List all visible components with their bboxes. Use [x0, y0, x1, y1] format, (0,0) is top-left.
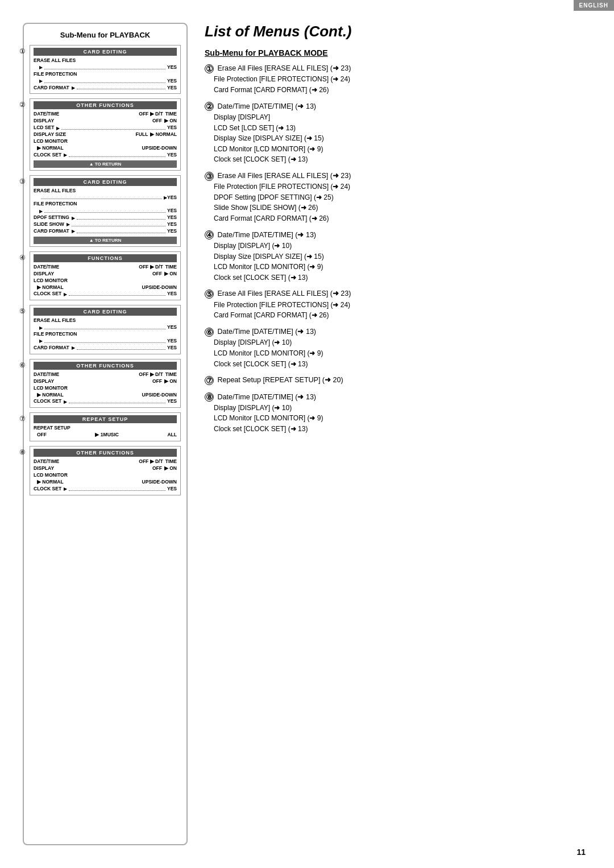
row-label: FILE PROTECTION — [34, 201, 77, 208]
dots — [44, 342, 165, 343]
sub-item: Card Format [CARD FORMAT] (➜ 26) — [214, 85, 586, 96]
submenu-inner-1: CARD EDITING ERASE ALL FILES ▶ YES FILE … — [30, 45, 181, 94]
submenu-row: LCD MONITOR — [34, 472, 177, 479]
row-value: YES — [167, 228, 177, 235]
submenu-row: OFF ▶ 1MUSIC ALL — [34, 432, 177, 439]
item-number-7: ⑦ — [205, 376, 214, 385]
submenu-row: FILE PROTECTION — [34, 331, 177, 338]
menu-list: ① Erase All Files [ERASE ALL FILES] (➜ 2… — [205, 63, 586, 435]
submenu-row: FILE PROTECTION — [34, 201, 177, 208]
row-value: YES — [167, 85, 177, 92]
row-label: OFF — [34, 432, 47, 439]
sub-items-2: Display [DISPLAY] LCD Set [LCD SET] (➜ 1… — [205, 112, 586, 165]
row-value: ▶ ON — [164, 465, 177, 472]
row-label: CLOCK SET — [34, 486, 61, 493]
row-mid: OFF — [54, 118, 162, 125]
sub-item: Card Format [CARD FORMAT] (➜ 26) — [214, 213, 586, 224]
section-title: Sub-Menu for PLAYBACK MODE — [205, 48, 586, 57]
submenu-row: DATE/TIME OFF ▶ D/T TIME — [34, 458, 177, 465]
sub-item: Card Format [CARD FORMAT] (➜ 26) — [214, 310, 586, 321]
submenu-row: CLOCK SET ▶ YES — [34, 486, 177, 493]
submenu-row: DATE/TIME OFF ▶ D/T TIME — [34, 111, 177, 118]
sub-items-1: File Protection [FILE PROTECTIONS] (➜ 24… — [205, 74, 586, 95]
row-label: DISPLAY SIZE — [34, 131, 66, 138]
row-value: YES — [167, 214, 177, 221]
submenu-row: ERASE ALL FILES — [34, 317, 177, 324]
submenu-row: ▶ NORMAL UPSIDE-DOWN — [34, 284, 177, 291]
row-label: ▶ NORMAL — [34, 479, 64, 486]
row-mid: OFF ▶ D/T — [59, 264, 163, 271]
item-text: Date/Time [DATE/TIME] (➜ 13) — [217, 102, 316, 110]
row-value: YES — [167, 208, 177, 214]
item-text: Date/Time [DATE/TIME] (➜ 13) — [217, 393, 316, 401]
row-value: YES — [167, 64, 177, 71]
row-label: DISPLAY — [34, 465, 54, 472]
item-number-4: ④ — [205, 230, 214, 239]
dots — [41, 199, 162, 199]
row-label: LCD MONITOR — [34, 472, 68, 479]
row-mid: OFF ▶ D/T — [59, 458, 163, 465]
row-label: DISPLAY — [34, 271, 54, 278]
submenu-inner-3: CARD EDITING ERASE ALL FILES ▶ YES FILE … — [30, 175, 181, 247]
submenu-row: ERASE ALL FILES — [34, 188, 177, 195]
submenu-header-8: OTHER FUNCTIONS — [34, 449, 177, 457]
submenu-box-5: ⑤ CARD EDITING ERASE ALL FILES ▶ YES FIL… — [30, 305, 181, 354]
arrow-icon: ▶ — [72, 215, 75, 221]
list-item-5: ⑤ Erase All Files [ERASE ALL FILES] (➜ 2… — [205, 288, 586, 321]
item-number-1: ① — [205, 64, 214, 73]
submenu-number-8: ⑧ — [19, 448, 26, 456]
row-label: DPOF SETTING — [34, 214, 69, 221]
arrow-icon: ▶ — [72, 85, 75, 91]
submenu-header-4: FUNCTIONS — [34, 254, 177, 262]
submenu-row: ▶ YES — [34, 338, 177, 345]
row-value: YES — [167, 152, 177, 159]
submenu-row: DISPLAY OFF ▶ ON — [34, 118, 177, 125]
arrow-icon: ▶ — [72, 228, 75, 234]
arrow-icon: ▶ — [39, 78, 43, 84]
row-mid: OFF — [54, 378, 162, 385]
submenu-header-5: CARD EDITING — [34, 308, 177, 316]
submenu-number-2: ② — [19, 101, 26, 109]
row-label: DATE/TIME — [34, 264, 59, 271]
item-number-6: ⑥ — [205, 328, 214, 337]
row-mid: FULL — [66, 131, 148, 138]
row-value: YES — [167, 78, 177, 85]
sub-items-4: Display [DISPLAY] (➜ 10) Display Size [D… — [205, 241, 586, 283]
submenu-number-4: ④ — [19, 254, 26, 262]
row-value: ALL — [167, 432, 177, 439]
sub-items-5: File Protection [FILE PROTECTIONS] (➜ 24… — [205, 300, 586, 321]
sub-item: Clock set [CLOCK SET] (➜ 13) — [214, 424, 586, 435]
submenu-row: ERASE ALL FILES — [34, 57, 177, 64]
sub-items-8: Display [DISPLAY] (➜ 10) LCD Monitor [LC… — [205, 403, 586, 435]
row-label: DISPLAY — [34, 118, 54, 125]
item-text: Erase All Files [ERASE ALL FILES] (➜ 23) — [217, 290, 351, 297]
sub-item: Display [DISPLAY] — [214, 112, 586, 123]
row-label: DATE/TIME — [34, 111, 59, 118]
row-value: YES — [167, 291, 177, 297]
row-label: LCD SET — [34, 125, 54, 131]
row-value: YES — [167, 324, 177, 331]
list-item-7: ⑦ Repeat Setup [REPEAT SETUP] (➜ 20) — [205, 375, 586, 386]
row-value: ▶ ON — [164, 271, 177, 278]
submenu-box-3: ③ CARD EDITING ERASE ALL FILES ▶ YES FIL… — [30, 175, 181, 247]
row-label: FILE PROTECTION — [34, 331, 77, 338]
submenu-row: REPEAT SETUP — [34, 425, 177, 432]
row-label: LCD MONITOR — [34, 278, 68, 284]
submenu-row: LCD MONITOR — [34, 385, 177, 392]
submenu-number-1: ① — [19, 47, 26, 55]
dots — [77, 219, 165, 220]
row-value: ▶ ON — [164, 378, 177, 385]
row-label: ▶ NORMAL — [34, 145, 64, 152]
row-label: ▶ NORMAL — [34, 392, 64, 399]
dots — [69, 490, 165, 491]
row-label: CARD FORMAT — [34, 85, 69, 92]
submenu-inner-8: OTHER FUNCTIONS DATE/TIME OFF ▶ D/T TIME… — [30, 446, 181, 495]
submenu-number-7: ⑦ — [19, 415, 26, 423]
submenu-header-6: OTHER FUNCTIONS — [34, 362, 177, 370]
row-value: TIME — [165, 264, 177, 271]
sub-item: Slide Show [SLIDE SHOW] (➜ 26) — [214, 202, 586, 213]
row-value: YES — [167, 398, 177, 405]
dots — [69, 295, 165, 296]
submenu-row: ▶ NORMAL UPSIDE-DOWN — [34, 145, 177, 152]
row-value: UPSIDE-DOWN — [142, 392, 177, 399]
